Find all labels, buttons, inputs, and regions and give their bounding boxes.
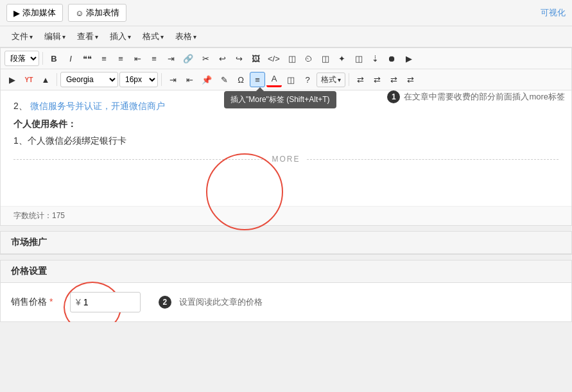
- table-insert-button[interactable]: ◫: [284, 51, 300, 66]
- more-tag-container: ≡ 插入"More"标签 (Shift+Alt+T): [250, 72, 265, 87]
- align-right-button[interactable]: ⇥: [163, 51, 178, 66]
- price-label-text: 销售价格: [11, 296, 47, 307]
- pencil-button[interactable]: ✎: [216, 72, 232, 87]
- menu-insert[interactable]: 插入▾: [105, 29, 136, 44]
- view-arrow: ▾: [95, 33, 98, 40]
- word-count: 字数统计：175: [1, 206, 571, 225]
- list-prefix-2: 2、: [13, 101, 28, 111]
- annotation-text-2: 设置阅读此文章的价格: [179, 296, 263, 308]
- menu-view[interactable]: 查看▾: [72, 29, 103, 44]
- add-emoji-button[interactable]: ☺ 添加表情: [68, 4, 126, 22]
- menu-table[interactable]: 表格▾: [170, 29, 202, 44]
- omega-button[interactable]: Ω: [233, 72, 248, 87]
- price-input-field[interactable]: [83, 297, 135, 307]
- record-button[interactable]: ⏺: [385, 51, 400, 66]
- link-button[interactable]: 🔗: [180, 51, 196, 66]
- editor-container: 段落 B I ❝❝ ≡ ≡ ⇤ ≡ ⇥ 🔗 ✂ ↩ ↪ 🖼 </> ◫ ⏲ ◫ …: [0, 47, 572, 226]
- annotation-badge-1: 1: [387, 90, 400, 103]
- edit-arrow: ▾: [62, 33, 65, 40]
- divider-1: [42, 52, 43, 65]
- font-size-select[interactable]: 16px: [119, 72, 158, 87]
- rtl1-button[interactable]: ⇄: [352, 72, 368, 87]
- image-button[interactable]: 🖼: [248, 51, 263, 66]
- indent-button[interactable]: ⇥: [165, 72, 180, 87]
- top-bar-left: ▶ 添加媒体 ☺ 添加表情: [6, 4, 126, 22]
- play-button[interactable]: ▶: [401, 51, 417, 66]
- table2-button[interactable]: ◫: [283, 72, 299, 87]
- market-section: 市场推广: [0, 231, 572, 255]
- add-emoji-label: 添加表情: [86, 7, 119, 19]
- redo-button[interactable]: ↪: [231, 51, 247, 66]
- unlink-button[interactable]: ✂: [198, 51, 213, 66]
- align-left-button[interactable]: ⇤: [130, 51, 145, 66]
- menu-edit[interactable]: 编辑▾: [39, 29, 71, 44]
- paragraph-select[interactable]: 段落: [4, 51, 39, 66]
- italic-button[interactable]: I: [63, 51, 78, 66]
- wechat-link[interactable]: 微信服务号并认证，开通微信商户: [30, 101, 165, 111]
- misc2-icon[interactable]: ▲: [38, 72, 53, 87]
- ul-button[interactable]: ≡: [96, 51, 112, 66]
- visualize-label: 可视化: [541, 8, 566, 17]
- misc1-button[interactable]: ◫: [351, 51, 367, 66]
- insert-arrow: ▾: [128, 33, 131, 40]
- file-arrow: ▾: [30, 33, 33, 40]
- ol-button[interactable]: ≡: [113, 51, 128, 66]
- divider-2: [56, 73, 57, 86]
- code-button[interactable]: </>: [264, 51, 283, 66]
- price-label: 销售价格 *: [11, 296, 62, 308]
- more-divider-text: MORE: [266, 155, 307, 164]
- price-section-header: 价格设置: [1, 260, 571, 283]
- more-tag-tooltip: 插入"More"标签 (Shift+Alt+T): [224, 91, 336, 108]
- help-button[interactable]: ?: [300, 72, 315, 87]
- format-arrow: ▾: [160, 33, 164, 40]
- top-bar: ▶ 添加媒体 ☺ 添加表情 可视化: [0, 0, 572, 26]
- star-button[interactable]: ✦: [334, 51, 350, 66]
- download-button[interactable]: ⇣: [368, 51, 383, 66]
- price-input-wrapper: ¥: [70, 292, 141, 312]
- table-arrow: ▾: [193, 33, 196, 40]
- format-dropdown[interactable]: 格式▾: [316, 72, 345, 87]
- menu-file[interactable]: 文件▾: [6, 29, 38, 44]
- field-button[interactable]: ◫: [318, 51, 333, 66]
- price-row: 销售价格 * ¥ 2 设置阅读此文章的价格: [1, 283, 571, 321]
- menu-format[interactable]: 格式▾: [137, 29, 169, 44]
- price-currency-symbol: ¥: [76, 297, 81, 307]
- toolbar-row-1: 段落 B I ❝❝ ≡ ≡ ⇤ ≡ ⇥ 🔗 ✂ ↩ ↪ 🖼 </> ◫ ⏲ ◫ …: [1, 48, 571, 69]
- annotation-badge-2: 2: [159, 296, 171, 309]
- outdent-button[interactable]: ⇤: [182, 72, 197, 87]
- tooltip-text: 插入"More"标签 (Shift+Alt+T): [230, 95, 330, 104]
- word-count-text: 字数统计：175: [13, 211, 65, 220]
- font-family-select[interactable]: Georgia: [60, 72, 118, 87]
- menu-bar: 文件▾ 编辑▾ 查看▾ 插入▾ 格式▾ 表格▾: [0, 26, 572, 47]
- play2-icon[interactable]: ▶: [4, 72, 20, 87]
- rtl2-button[interactable]: ⇄: [369, 72, 385, 87]
- add-media-button[interactable]: ▶ 添加媒体: [6, 4, 63, 22]
- divider-4: [349, 73, 349, 86]
- divider-3: [161, 73, 162, 86]
- bold-button[interactable]: B: [46, 51, 62, 66]
- more-tag-button[interactable]: ≡: [250, 72, 265, 87]
- blockquote-button[interactable]: ❝❝: [80, 51, 95, 66]
- content-heading: 个人使用条件：: [13, 119, 559, 130]
- emoji-icon: ☺: [75, 8, 83, 18]
- market-section-header: 市场推广: [1, 232, 571, 254]
- price-section: 价格设置 销售价格 * ¥ 2 设置阅读此文章的价格: [0, 260, 572, 322]
- annotation-text-1: 在文章中需要收费的部分前面插入more标签: [404, 91, 565, 103]
- media-icon: ▶: [13, 8, 20, 18]
- anchor-button[interactable]: 📌: [198, 72, 215, 87]
- toolbar-row-2: ▶ YT ▲ Georgia 16px ⇥ ⇤ 📌 ✎ Ω ≡ 插入"More"…: [1, 69, 571, 90]
- annotation-1-row: 1 在文章中需要收费的部分前面插入more标签: [387, 90, 565, 103]
- align-center-button[interactable]: ≡: [146, 51, 162, 66]
- rtl3-button[interactable]: ⇄: [386, 72, 401, 87]
- clock-button[interactable]: ⏲: [301, 51, 316, 66]
- annotation-2-row: 2 设置阅读此文章的价格: [159, 296, 263, 309]
- price-required-star: *: [49, 296, 53, 307]
- font-color-button[interactable]: A: [266, 72, 282, 87]
- add-media-label: 添加媒体: [22, 7, 56, 19]
- youtube-icon[interactable]: YT: [21, 72, 37, 87]
- content-item-1: 1、个人微信必须绑定银行卡: [13, 135, 559, 147]
- rtl4-button[interactable]: ⇄: [403, 72, 418, 87]
- more-divider: MORE: [13, 155, 559, 164]
- visualize-button[interactable]: 可视化: [541, 7, 566, 19]
- undo-button[interactable]: ↩: [214, 51, 230, 66]
